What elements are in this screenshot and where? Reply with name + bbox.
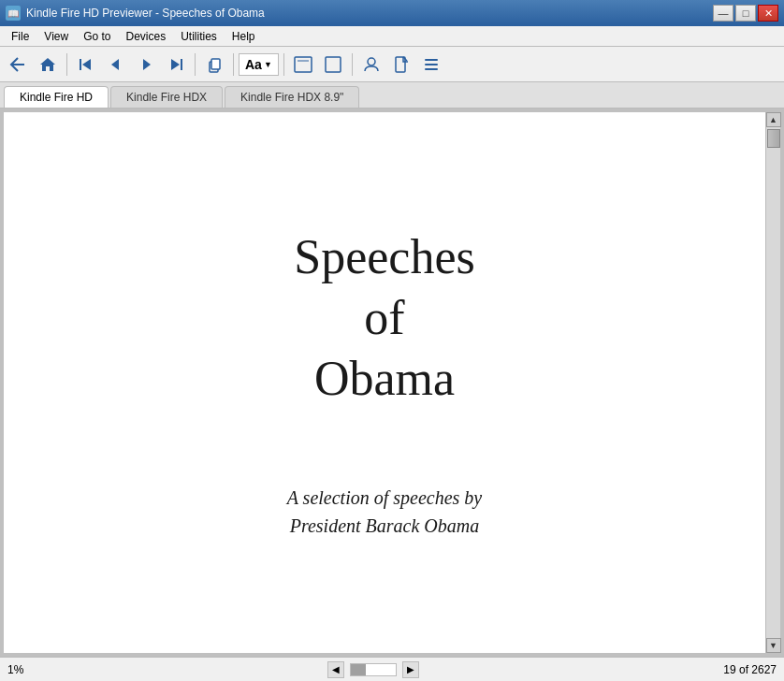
subtitle-line1: A selection of speeches by [287, 487, 482, 508]
person-button[interactable] [357, 51, 385, 78]
home-button[interactable] [34, 51, 62, 78]
first-page-button[interactable] [72, 51, 100, 78]
svg-rect-3 [211, 59, 220, 69]
main-area: Speeches of Obama A selection of speeche… [0, 109, 784, 657]
tabs-bar: Kindle Fire HD Kindle Fire HDX Kindle Fi… [0, 82, 784, 109]
svg-rect-9 [425, 59, 438, 61]
font-size-label: Aa [245, 57, 262, 72]
maximize-button[interactable]: □ [735, 5, 756, 22]
toolbar-separator-2 [195, 53, 196, 76]
menu-utilities[interactable]: Utilities [173, 28, 225, 45]
scroll-indicator [350, 663, 397, 676]
svg-rect-0 [80, 59, 81, 70]
toolbar-separator-5 [352, 53, 353, 76]
view-page-button[interactable] [319, 51, 347, 78]
menu-help[interactable]: Help [225, 28, 263, 45]
page-info: 19 of 2627 [723, 663, 777, 676]
app-icon: 📖 [6, 6, 21, 21]
svg-rect-4 [295, 57, 312, 72]
svg-rect-11 [425, 68, 438, 70]
scroll-indicator-thumb [351, 664, 366, 675]
book-title: Speeches of Obama [294, 226, 474, 409]
status-bar: 1% ◀ ▶ 19 of 2627 [0, 657, 784, 681]
doc-button[interactable] [387, 51, 415, 78]
scroll-track[interactable] [766, 127, 780, 638]
toolbar-separator-3 [233, 53, 234, 76]
content-page: Speeches of Obama A selection of speeche… [4, 112, 765, 653]
title-line2: of [364, 291, 404, 344]
svg-rect-10 [425, 64, 438, 65]
menu-bar: File View Go to Devices Utilities Help [0, 26, 784, 47]
status-left: 1% [7, 663, 23, 676]
toolbar-separator-1 [66, 53, 67, 76]
minimize-button[interactable]: — [713, 5, 733, 22]
next-page-button[interactable] [132, 51, 160, 78]
view-full-button[interactable] [289, 51, 317, 78]
svg-rect-1 [181, 59, 182, 70]
scroll-thumb[interactable] [767, 129, 780, 148]
window-title: Kindle Fire HD Previewer - Speeches of O… [26, 7, 265, 20]
tab-kindle-fire-hdx[interactable]: Kindle Fire HDX [110, 86, 223, 108]
settings-button[interactable] [417, 51, 445, 78]
menu-view[interactable]: View [36, 28, 76, 45]
font-size-arrow: ▼ [264, 60, 272, 69]
menu-goto[interactable]: Go to [76, 28, 118, 45]
title-bar: 📖 Kindle Fire HD Previewer - Speeches of… [0, 0, 784, 26]
prev-page-button[interactable] [102, 51, 130, 78]
close-button[interactable]: ✕ [758, 5, 778, 22]
svg-rect-6 [326, 57, 341, 72]
subtitle-line2: President Barack Obama [290, 515, 480, 536]
toolbar: Aa ▼ [0, 47, 784, 82]
status-right: 19 of 2627 [723, 663, 777, 676]
tab-kindle-fire-hd[interactable]: Kindle Fire HD [4, 86, 109, 108]
back-button[interactable] [4, 51, 32, 78]
window-controls: — □ ✕ [713, 5, 778, 22]
scroll-left-button[interactable]: ◀ [327, 661, 344, 678]
font-size-button[interactable]: Aa ▼ [239, 53, 279, 76]
menu-devices[interactable]: Devices [119, 28, 174, 45]
title-line3: Obama [314, 352, 455, 405]
last-page-button[interactable] [162, 51, 190, 78]
scroll-down-arrow[interactable]: ▼ [766, 638, 781, 653]
vertical-scrollbar[interactable]: ▲ ▼ [765, 112, 780, 653]
tab-kindle-fire-hdx-89[interactable]: Kindle Fire HDX 8.9" [225, 86, 359, 108]
status-center: ◀ ▶ [327, 661, 419, 678]
content-wrapper: Speeches of Obama A selection of speeche… [4, 112, 765, 653]
toolbar-separator-4 [283, 53, 284, 76]
progress-percent: 1% [7, 663, 23, 676]
scroll-up-arrow[interactable]: ▲ [766, 112, 781, 127]
menu-file[interactable]: File [4, 28, 36, 45]
title-bar-left: 📖 Kindle Fire HD Previewer - Speeches of… [6, 6, 265, 21]
book-subtitle: A selection of speeches by President Bar… [287, 484, 482, 540]
scroll-right-button[interactable]: ▶ [402, 661, 419, 678]
copy-button[interactable] [200, 51, 228, 78]
svg-point-7 [368, 58, 375, 65]
title-line1: Speeches [294, 230, 474, 283]
